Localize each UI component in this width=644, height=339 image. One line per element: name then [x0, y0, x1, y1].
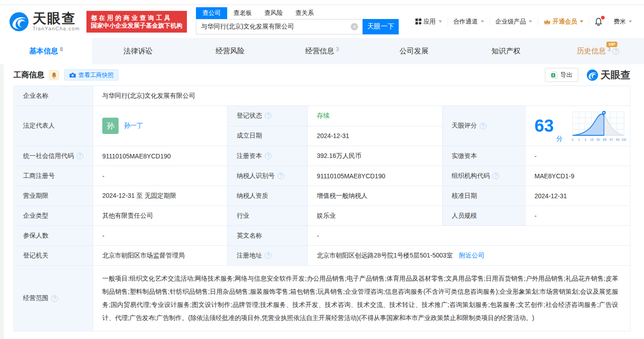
help-icon[interactable]: ? — [76, 153, 83, 159]
section-title: 工商信息 — [14, 70, 44, 80]
tab-count: 8 — [60, 46, 63, 53]
vip-badge: VIP — [606, 42, 618, 47]
tab-legal-litigation[interactable]: 法律诉讼 — [92, 38, 184, 64]
svg-text:97: 97 — [610, 138, 613, 141]
slogan-banner: 都在用的商业查询工具 国家中小企业发展子基金旗下机构 — [86, 11, 187, 33]
svg-text:50: 50 — [596, 138, 600, 141]
help-icon[interactable]: ? — [480, 123, 487, 129]
help-icon[interactable]: ? — [265, 112, 272, 119]
field-label: 法定代表人 — [14, 106, 93, 146]
slogan-line1: 都在用的商业查询工具 — [91, 14, 183, 22]
nav-vip-label: 开通会员 — [553, 18, 577, 26]
field-label: 组织机构代码? — [443, 166, 525, 186]
nav-vip[interactable]: 开通会员 — [538, 18, 589, 26]
crown-icon — [544, 19, 551, 24]
industry-value: 娱乐业 — [308, 206, 443, 226]
tab-operation-info[interactable]: 经营信息3 — [276, 38, 368, 64]
business-scope-value: 一般项目:组织文化艺术交流活动;网络技术服务;网络与信息安全软件开发;办公用品销… — [93, 266, 630, 331]
nav-cooperation[interactable]: 合作通道 — [448, 18, 490, 26]
field-label: 天眼评分? — [443, 106, 525, 146]
nav-enterprise[interactable]: 企业级产品 — [490, 18, 538, 26]
help-icon[interactable]: ? — [51, 295, 58, 302]
tab-intellectual-property[interactable]: 知识产权 — [460, 38, 552, 64]
tab-basic-info[interactable]: 基本信息8 — [0, 38, 92, 64]
reg-address-cell: 北京市朝阳区创远路28号院1号楼5层501-5003室 附近公司 — [308, 246, 630, 266]
field-label: 注册地址? — [228, 246, 308, 266]
monitor-bell-button[interactable] — [49, 70, 59, 80]
search-tab-risk[interactable]: 查风险 — [258, 7, 289, 19]
tab-count: 3 — [336, 46, 339, 53]
export-button-label: 导出 — [560, 71, 572, 79]
search-button[interactable]: 天眼一下 — [363, 19, 399, 34]
help-icon[interactable]: ? — [277, 172, 284, 179]
table-row: 法定代表人 孙 孙一丁 登记状态? 存续 成立日期 2024-12-31 天眼评… — [14, 106, 630, 146]
help-icon[interactable]: ? — [612, 48, 619, 55]
table-row: 经营范围? 一般项目:组织文化艺术交流活动;网络技术服务;网络与信息安全软件开发… — [14, 266, 630, 331]
legal-rep-link[interactable]: 孙一丁 — [124, 122, 143, 130]
field-label: 工商注册号 — [14, 166, 93, 186]
nav-cooperation-label: 合作通道 — [453, 18, 478, 26]
tab-label: 经营风险 — [215, 47, 244, 56]
snapshot-button[interactable]: 查看工商快照 — [64, 69, 119, 81]
field-label: 人员规模 — [443, 206, 525, 226]
nav-user-label: 费米 — [614, 18, 626, 26]
tianyancha-logo[interactable]: 天眼查 TianYanCha.com — [9, 12, 80, 32]
table-row: 统一社会信用代码? 91110105MAE8YCD190 注册资本? 392.1… — [14, 146, 630, 166]
chevron-down-icon — [481, 20, 484, 23]
establish-date-value: 2024-12-31 — [308, 126, 443, 147]
header: 天眼查 TianYanCha.com 都在用的商业查询工具 国家中小企业发展子基… — [0, 5, 644, 38]
grid-icon — [415, 18, 422, 25]
tianyancha-swirl-icon — [9, 12, 29, 32]
taxpayer-quality-value: 增值税一般纳税人 — [308, 186, 443, 206]
company-tabbar: 基本信息8 法律诉讼 经营风险 经营信息3 公司发展 知识产权 历史信息3 ? … — [0, 38, 644, 64]
field-label: 成立日期 — [228, 126, 308, 147]
tab-label: 知识产权 — [491, 47, 520, 56]
company-name-value: 与华同行(北京)文化发展有限公司 — [93, 86, 630, 106]
nav-notifications[interactable] — [589, 18, 608, 26]
help-icon[interactable]: ? — [265, 153, 272, 159]
slogan-line2: 国家中小企业发展子基金旗下机构 — [91, 22, 183, 29]
english-name-value: - — [308, 226, 630, 246]
approval-date-value: 2024-12-31 — [525, 186, 630, 206]
table-row: 工商注册号 - 纳税人识别号? 91110105MAE8YCD190 组织机构代… — [14, 166, 630, 186]
nav-user[interactable]: 费米 — [608, 18, 638, 26]
staff-size-value: - — [525, 206, 630, 226]
search-input[interactable] — [201, 23, 351, 30]
page-left-margin — [0, 38, 4, 339]
export-button[interactable]: X 导出 — [545, 68, 578, 82]
field-label: 英文名称 — [228, 226, 308, 246]
nav-enterprise-label: 企业级产品 — [496, 18, 526, 26]
help-icon[interactable]: ? — [265, 252, 272, 259]
tab-history-info[interactable]: 历史信息3 ? VIP — [552, 38, 644, 64]
search-block: 查公司 查老板 查风险 查关系 ✕ 天眼一下 — [196, 7, 399, 34]
tab-company-development[interactable]: 公司发展 — [368, 38, 460, 64]
status-date-subtable: 登记状态? 存续 成立日期 2024-12-31 — [228, 106, 443, 146]
field-label: 实缴资本 — [443, 146, 525, 166]
logo-text: 天眼查 TianYanCha.com — [33, 12, 80, 31]
company-type-value: 其他有限责任公司 — [93, 206, 228, 226]
search-tab-boss[interactable]: 查老板 — [227, 7, 258, 19]
nav-apps[interactable]: 应用 — [410, 18, 448, 26]
svg-text:99: 99 — [616, 138, 620, 141]
notification-badge — [601, 16, 605, 19]
search-input-wrap: ✕ — [196, 19, 363, 34]
top-nav: 应用 合作通道 企业级产品 开通会员 费米 — [410, 18, 638, 26]
avatar[interactable]: 孙 — [102, 118, 119, 134]
business-term-value: 2024-12-31 至 无固定期限 — [93, 186, 228, 206]
search-tab-company[interactable]: 查公司 — [196, 7, 227, 19]
tab-operation-risk[interactable]: 经营风险 — [184, 38, 276, 64]
table-row: 参保人数 - 英文名称 - — [14, 226, 630, 246]
org-code-value: MAE8YCD1-9 — [525, 166, 630, 186]
tianyancha-swirl-icon — [587, 69, 598, 81]
field-label: 纳税人资质 — [228, 186, 308, 206]
clear-icon[interactable]: ✕ — [351, 23, 358, 30]
page-top-divider — [0, 0, 644, 5]
help-icon[interactable]: ? — [492, 172, 499, 179]
nearby-companies-link[interactable]: 附近公司 — [459, 252, 484, 260]
search-tabs: 查公司 查老板 查风险 查关系 — [196, 7, 399, 19]
credit-code-value: 91110105MAE8YCD190 — [93, 146, 228, 166]
field-label: 登记机关 — [14, 246, 93, 266]
score-cell: 63 分 0131550859799100 — [525, 106, 630, 146]
table-row: 企业名称 与华同行(北京)文化发展有限公司 — [14, 86, 630, 106]
search-tab-relation[interactable]: 查关系 — [289, 7, 320, 19]
